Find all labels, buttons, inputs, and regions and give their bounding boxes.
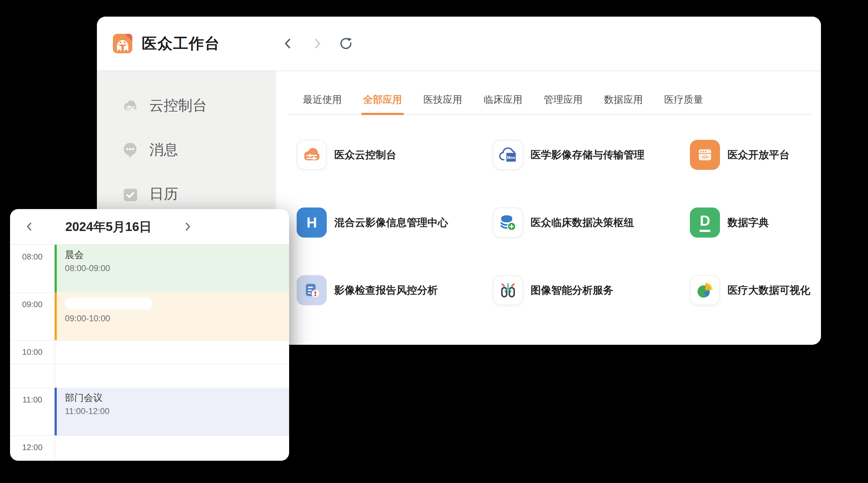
app-label: 混合云影像信息管理中心 — [334, 216, 448, 230]
tab-medtech-apps[interactable]: 医技应用 — [423, 93, 462, 115]
event-title: 部门会议 — [65, 392, 289, 404]
lungs-icon — [493, 275, 523, 305]
content-area: 最近使用 全部应用 医技应用 临床应用 管理应用 数据应用 医疗质量 — [276, 71, 821, 344]
grid-line — [10, 459, 289, 460]
chevron-left-icon — [28, 223, 31, 230]
calendar-header: 2024年5月16日 — [10, 209, 289, 245]
time-label: 12:00 — [10, 443, 55, 452]
refresh-button[interactable] — [339, 37, 353, 51]
app-image-storage[interactable]: Mos 医学影像存储与传输管理 — [493, 140, 690, 170]
time-label: 11:00 — [10, 395, 55, 405]
grid-line — [10, 364, 289, 364]
app-hybrid-cloud-imaging[interactable]: H 混合云影像信息管理中心 — [297, 207, 493, 237]
tab-data-apps[interactable]: 数据应用 — [604, 93, 643, 115]
app-logo-icon — [113, 34, 132, 53]
app-clinical-data-hub[interactable]: 医众临床数据决策枢纽 — [493, 207, 690, 237]
app-label: 医众开放平台 — [727, 148, 789, 162]
tab-quality[interactable]: 医疗质量 — [664, 93, 703, 115]
app-image-ai-analysis[interactable]: 图像智能分析服务 — [493, 275, 690, 305]
database-plus-icon — [493, 207, 523, 237]
tab-all-apps[interactable]: 全部应用 — [363, 93, 402, 115]
svg-text:Mos: Mos — [507, 155, 515, 160]
app-grid: 医众云控制台 Mos 医学影像存储与传输管理 — [276, 115, 821, 305]
time-label: 10:00 — [10, 347, 55, 357]
cloud-sliders-icon — [297, 140, 327, 170]
app-data-dictionary[interactable]: D 数据字典 — [690, 207, 821, 237]
nav-controls — [281, 17, 353, 70]
event-redacted[interactable]: 09:00-10:00 — [55, 292, 289, 340]
window-header: 医众工作台 — [97, 17, 821, 71]
window-title: 医众工作台 — [142, 34, 220, 54]
sidebar-item-calendar[interactable]: 日历 — [97, 185, 276, 203]
sidebar-item-messages[interactable]: 消息 — [97, 141, 276, 159]
app-bigdata-visualization[interactable]: 医疗大数据可视化 — [690, 275, 821, 305]
letter-h-icon: H — [297, 207, 327, 237]
dictionary-icon: D — [690, 207, 720, 237]
calendar-body: 08:00 09:00 10:00 11:00 12:00 晨会 08:00-0… — [10, 245, 289, 460]
app-cloud-console[interactable]: 医众云控制台 — [297, 140, 493, 170]
sidebar-item-label: 消息 — [149, 140, 178, 160]
tab-recent[interactable]: 最近使用 — [303, 93, 342, 115]
time-label: 09:00 — [10, 300, 55, 309]
pie-chart-icon — [690, 275, 720, 305]
cloud-settings-icon — [122, 97, 138, 114]
app-report-risk-analysis[interactable]: 影像检查报告风控分析 — [297, 275, 493, 305]
sidebar-item-label: 日历 — [149, 184, 178, 204]
calendar-panel: 2024年5月16日 08:00 09:00 10:00 11:00 12:00… — [10, 209, 289, 461]
sidebar-item-label: 云控制台 — [149, 96, 207, 115]
time-label: 08:00 — [10, 252, 55, 262]
forward-button[interactable] — [310, 37, 324, 51]
chevron-right-icon — [186, 223, 189, 230]
app-label: 数据字典 — [727, 216, 769, 230]
svg-text:</>: </> — [702, 154, 708, 160]
app-label: 医学影像存储与传输管理 — [531, 148, 644, 162]
tab-clinical-apps[interactable]: 临床应用 — [484, 93, 522, 115]
app-label: 影像检查报告风控分析 — [334, 283, 438, 297]
chevron-left-icon — [286, 39, 289, 47]
event-department-meeting[interactable]: 部门会议 11:00-12:00 — [55, 388, 289, 436]
grid-line — [10, 436, 289, 436]
calendar-next-button[interactable] — [181, 220, 194, 233]
tabs-bar: 最近使用 全部应用 医技应用 临床应用 管理应用 数据应用 医疗质量 — [288, 71, 811, 115]
tab-management-apps[interactable]: 管理应用 — [544, 93, 583, 115]
event-title: 晨会 — [65, 249, 289, 260]
calendar-prev-button[interactable] — [23, 220, 36, 233]
app-open-platform[interactable]: </> 医众开放平台 — [690, 140, 821, 170]
back-button[interactable] — [281, 37, 295, 51]
app-label: 图像智能分析服务 — [531, 283, 613, 297]
event-morning-meeting[interactable]: 晨会 08:00-09:00 — [55, 245, 289, 292]
sidebar-item-cloud-console[interactable]: 云控制台 — [97, 97, 276, 115]
calendar-check-icon — [122, 186, 138, 202]
app-label: 医众云控制台 — [334, 148, 396, 162]
event-title-placeholder — [65, 297, 152, 309]
report-alert-icon — [297, 275, 327, 305]
event-time: 09:00-10:00 — [65, 314, 289, 323]
event-time: 11:00-12:00 — [65, 407, 289, 416]
grid-line — [10, 340, 289, 341]
app-label: 医众临床数据决策枢纽 — [531, 216, 634, 230]
chevron-right-icon — [316, 39, 319, 47]
code-window-icon: </> — [690, 140, 720, 170]
cloud-mos-icon: Mos — [493, 140, 523, 170]
app-label: 医疗大数据可视化 — [727, 283, 810, 297]
calendar-date: 2024年5月16日 — [36, 218, 181, 235]
chat-bubble-icon — [122, 141, 138, 158]
event-time: 08:00-09:00 — [65, 264, 289, 273]
